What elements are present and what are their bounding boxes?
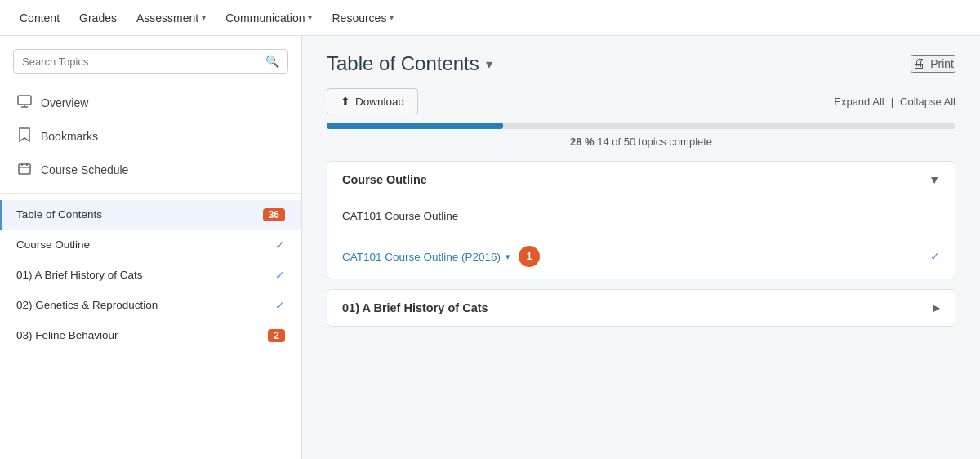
download-button[interactable]: ⬆ Download xyxy=(327,88,418,114)
sidebar: 🔍 Overview B xyxy=(0,36,302,459)
print-label: Print xyxy=(930,57,954,70)
bookmark-icon xyxy=(16,127,33,145)
course-outline-card: Course Outline ▼ CAT101 Course Outline C… xyxy=(327,161,956,279)
chevron-down-icon: ▾ xyxy=(202,13,206,22)
link-chevron-icon: ▾ xyxy=(506,252,510,262)
check-icon: ✓ xyxy=(275,269,285,282)
table-row: CAT101 Course Outline xyxy=(327,198,955,234)
svg-rect-0 xyxy=(18,96,31,105)
sidebar-item-bookmarks-label: Bookmarks xyxy=(41,130,98,143)
row-left: CAT101 Course Outline (P2016) ▾ 1 xyxy=(342,246,540,267)
page-title: Table of Contents ▾ xyxy=(327,52,492,75)
calendar-icon xyxy=(16,162,33,178)
progress-detail: 14 of 50 topics complete xyxy=(597,136,712,148)
title-chevron-icon: ▾ xyxy=(486,56,492,72)
chevron-down-icon: ▾ xyxy=(390,13,394,22)
nav-resources-label: Resources xyxy=(332,11,386,25)
sidebar-item-bookmarks[interactable]: Bookmarks xyxy=(0,119,301,154)
row-label: CAT101 Course Outline xyxy=(342,210,458,222)
course-outline-link[interactable]: CAT101 Course Outline (P2016) ▾ xyxy=(342,251,510,263)
toc-badge: 36 xyxy=(263,208,285,221)
sidebar-item-course-schedule-label: Course Schedule xyxy=(41,163,128,176)
divider: | xyxy=(891,96,893,108)
sidebar-item-overview[interactable]: Overview xyxy=(0,87,301,119)
download-label: Download xyxy=(355,96,404,108)
check-icon: ✓ xyxy=(275,238,285,252)
top-navigation: Content Grades Assessment ▾ Communicatio… xyxy=(0,0,980,36)
table-row: CAT101 Course Outline (P2016) ▾ 1 ✓ xyxy=(327,234,955,279)
svg-rect-3 xyxy=(19,164,30,174)
toc-label: Table of Contents xyxy=(16,207,102,223)
toc-item-history-of-cats[interactable]: 01) A Brief History of Cats ✓ xyxy=(0,261,301,291)
nav-communication-label: Communication xyxy=(225,11,305,25)
check-icon: ✓ xyxy=(275,299,285,312)
progress-bar-background xyxy=(327,123,956,129)
history-cats-header[interactable]: 01) A Brief History of Cats ▶ xyxy=(327,290,955,326)
course-outline-header[interactable]: Course Outline ▼ xyxy=(327,162,955,198)
content-area: Table of Contents ▾ 🖨 Print ⬆ Download E… xyxy=(302,36,980,459)
toc-label: 01) A Brief History of Cats xyxy=(16,268,143,283)
toc-badge: 2 xyxy=(268,329,285,342)
toc-label: Course Outline xyxy=(16,238,90,253)
check-icon: ✓ xyxy=(930,250,940,263)
search-icon: 🔍 xyxy=(265,55,279,68)
content-header: Table of Contents ▾ 🖨 Print xyxy=(327,52,956,75)
toolbar: ⬆ Download Expand All | Collapse All xyxy=(327,88,956,114)
sidebar-item-course-schedule[interactable]: Course Schedule xyxy=(0,154,301,186)
print-icon: 🖨 xyxy=(912,56,925,71)
toc-item-table-of-contents[interactable]: Table of Contents 36 xyxy=(0,200,301,230)
nav-grades[interactable]: Grades xyxy=(79,11,117,25)
nav-assessment[interactable]: Assessment ▾ xyxy=(136,11,206,25)
chevron-right-icon: ▶ xyxy=(933,302,940,314)
chevron-down-icon: ▾ xyxy=(308,13,312,22)
sidebar-toc: Table of Contents 36 Course Outline ✓ 01… xyxy=(0,194,301,357)
sidebar-navigation: Overview Bookmarks xyxy=(0,83,301,194)
toc-item-genetics-reproduction[interactable]: 02) Genetics & Reproduction ✓ xyxy=(0,291,301,321)
search-box: 🔍 xyxy=(13,49,288,74)
toc-item-course-outline[interactable]: Course Outline ✓ xyxy=(0,230,301,261)
history-cats-card: 01) A Brief History of Cats ▶ xyxy=(327,289,956,327)
toc-item-feline-behaviour[interactable]: 03) Feline Behaviour 2 xyxy=(0,321,301,351)
sidebar-item-overview-label: Overview xyxy=(41,96,88,109)
progress-percent: 28 % xyxy=(570,136,595,148)
link-text: CAT101 Course Outline (P2016) xyxy=(342,251,501,263)
page-title-text: Table of Contents xyxy=(327,52,479,75)
progress-section: 28 % 14 of 50 topics complete xyxy=(327,123,956,148)
search-input[interactable] xyxy=(22,56,261,68)
collapse-all-button[interactable]: Collapse All xyxy=(900,96,956,108)
badge-1: 1 xyxy=(519,246,540,267)
toc-label: 03) Feline Behaviour xyxy=(16,328,118,344)
chevron-down-icon: ▼ xyxy=(929,173,940,186)
progress-text: 28 % 14 of 50 topics complete xyxy=(327,136,956,148)
expand-all-button[interactable]: Expand All xyxy=(834,96,884,108)
course-outline-body: CAT101 Course Outline CAT101 Course Outl… xyxy=(327,198,955,279)
expand-collapse-controls: Expand All | Collapse All xyxy=(834,96,956,108)
search-container: 🔍 xyxy=(0,36,301,83)
toc-label: 02) Genetics & Reproduction xyxy=(16,298,158,314)
nav-communication[interactable]: Communication ▾ xyxy=(225,11,312,25)
course-outline-title: Course Outline xyxy=(342,173,427,186)
main-layout: 🔍 Overview B xyxy=(0,36,980,459)
nav-resources[interactable]: Resources ▾ xyxy=(332,11,394,25)
progress-bar-fill xyxy=(327,123,503,129)
print-button[interactable]: 🖨 Print xyxy=(911,55,956,73)
download-icon: ⬆ xyxy=(341,95,350,108)
nav-content[interactable]: Content xyxy=(20,11,60,25)
nav-assessment-label: Assessment xyxy=(136,11,198,25)
history-cats-title: 01) A Brief History of Cats xyxy=(342,301,488,314)
monitor-icon xyxy=(16,95,33,111)
